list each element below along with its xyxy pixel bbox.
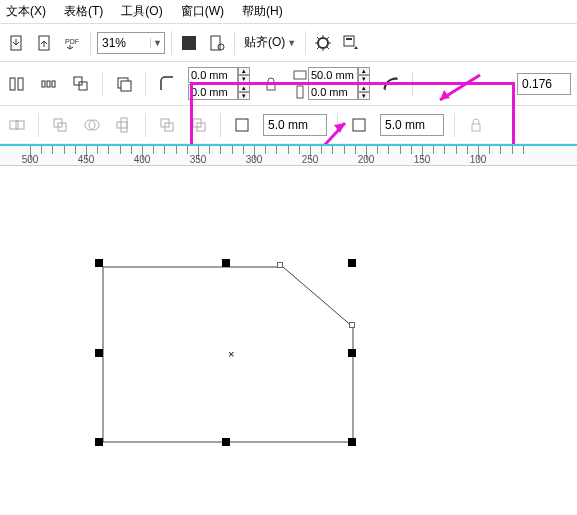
- import-icon[interactable]: [6, 32, 28, 54]
- svg-rect-9: [10, 78, 15, 90]
- lock-icon[interactable]: [260, 73, 282, 95]
- menu-text[interactable]: 文本(X): [6, 3, 46, 20]
- svg-rect-14: [74, 77, 82, 85]
- handle-n[interactable]: [222, 259, 230, 267]
- node[interactable]: [277, 262, 283, 268]
- distribute-icon[interactable]: [38, 73, 60, 95]
- snap-dropdown[interactable]: 贴齐(O) ▼: [241, 33, 299, 52]
- ruler-label: 450: [78, 154, 95, 165]
- svg-point-6: [318, 38, 328, 48]
- spinner[interactable]: ▴▾: [238, 67, 250, 83]
- menu-window[interactable]: 窗口(W): [181, 3, 224, 20]
- order-icon[interactable]: [113, 73, 135, 95]
- selected-shape[interactable]: ×: [98, 262, 368, 462]
- offset-x-input[interactable]: [188, 67, 238, 83]
- separator: [220, 113, 221, 137]
- menu-help[interactable]: 帮助(H): [242, 3, 283, 20]
- handle-se[interactable]: [348, 438, 356, 446]
- ruler-label: 100: [470, 154, 487, 165]
- width-input[interactable]: [308, 67, 358, 83]
- menu-tools[interactable]: 工具(O): [121, 3, 162, 20]
- offset-y-input[interactable]: [188, 84, 238, 100]
- size-fields: ▴▾ ▴▾: [292, 67, 370, 100]
- handle-w[interactable]: [95, 349, 103, 357]
- ruler-label: 200: [358, 154, 375, 165]
- rounded-corner-icon[interactable]: [380, 73, 402, 95]
- menu-table[interactable]: 表格(T): [64, 3, 103, 20]
- separator: [337, 113, 338, 137]
- svg-rect-18: [267, 83, 275, 90]
- group-icon[interactable]: [70, 73, 92, 95]
- canvas-area[interactable]: ×: [0, 166, 577, 506]
- lock-ratio-icon: [465, 114, 487, 136]
- handle-nw[interactable]: [95, 259, 103, 267]
- svg-rect-22: [16, 121, 24, 129]
- pdf-icon[interactable]: PDF: [62, 32, 84, 54]
- corner-radius-2-input[interactable]: [380, 114, 444, 136]
- svg-rect-33: [236, 119, 248, 131]
- svg-rect-8: [346, 38, 352, 40]
- svg-rect-13: [52, 81, 55, 87]
- width-icon: [292, 67, 308, 83]
- separator: [102, 72, 103, 96]
- layout-dropdown-icon[interactable]: [340, 32, 362, 54]
- ruler-label: 250: [302, 154, 319, 165]
- export-icon[interactable]: [34, 32, 56, 54]
- separator: [412, 72, 413, 96]
- spinner[interactable]: ▴▾: [238, 84, 250, 100]
- ruler-label: 350: [190, 154, 207, 165]
- back-icon: [188, 114, 210, 136]
- svg-rect-27: [117, 122, 127, 128]
- front-icon: [156, 114, 178, 136]
- svg-rect-12: [47, 81, 50, 87]
- trim-icon: [81, 114, 103, 136]
- svg-rect-21: [10, 121, 18, 129]
- svg-rect-20: [297, 86, 303, 98]
- separator: [145, 72, 146, 96]
- svg-rect-19: [294, 71, 306, 79]
- handle-e[interactable]: [348, 349, 356, 357]
- spinner[interactable]: ▴▾: [358, 67, 370, 83]
- handle-sw[interactable]: [95, 438, 103, 446]
- svg-rect-28: [121, 118, 127, 132]
- height-input[interactable]: [308, 84, 358, 100]
- options-icon[interactable]: [312, 32, 334, 54]
- main-toolbar: PDF ▼ 贴齐(O) ▼: [0, 24, 577, 62]
- ruler-label: 400: [134, 154, 151, 165]
- separator: [305, 31, 306, 55]
- spinner[interactable]: ▴▾: [358, 84, 370, 100]
- zoom-dropdown-icon[interactable]: ▼: [150, 38, 164, 48]
- svg-rect-10: [18, 78, 23, 90]
- weld-icon: [49, 114, 71, 136]
- horizontal-ruler: 500450400350300250200150100: [0, 144, 577, 166]
- handle-s[interactable]: [222, 438, 230, 446]
- corner1-icon[interactable]: [231, 114, 253, 136]
- preview-icon[interactable]: [206, 32, 228, 54]
- chevron-down-icon: ▼: [287, 38, 296, 48]
- corner-toolbar: [0, 106, 577, 144]
- corner2-icon[interactable]: [348, 114, 370, 136]
- combine-icon: [6, 114, 28, 136]
- svg-rect-11: [42, 81, 45, 87]
- align-icon[interactable]: [6, 73, 28, 95]
- handle-ne[interactable]: [348, 259, 356, 267]
- svg-rect-17: [121, 81, 131, 91]
- svg-text:PDF: PDF: [65, 38, 79, 45]
- zoom-input[interactable]: [98, 34, 150, 52]
- separator: [145, 113, 146, 137]
- svg-rect-7: [344, 36, 354, 46]
- intersect-icon: [113, 114, 135, 136]
- center-marker: ×: [228, 348, 234, 360]
- ruler-label: 150: [414, 154, 431, 165]
- property-bar: ▴▾ ▴▾ ▴▾ ▴▾: [0, 62, 577, 106]
- zoom-level[interactable]: ▼: [97, 32, 165, 54]
- offset-fields: ▴▾ ▴▾: [188, 67, 250, 100]
- node[interactable]: [349, 322, 355, 328]
- corner-radius-1-input[interactable]: [263, 114, 327, 136]
- outline-width-input[interactable]: [517, 73, 571, 95]
- ruler-label: 500: [22, 154, 39, 165]
- fullscreen-icon[interactable]: [178, 32, 200, 54]
- separator: [90, 31, 91, 55]
- corner-type-icon[interactable]: [156, 73, 178, 95]
- menu-bar: 文本(X) 表格(T) 工具(O) 窗口(W) 帮助(H): [0, 0, 577, 24]
